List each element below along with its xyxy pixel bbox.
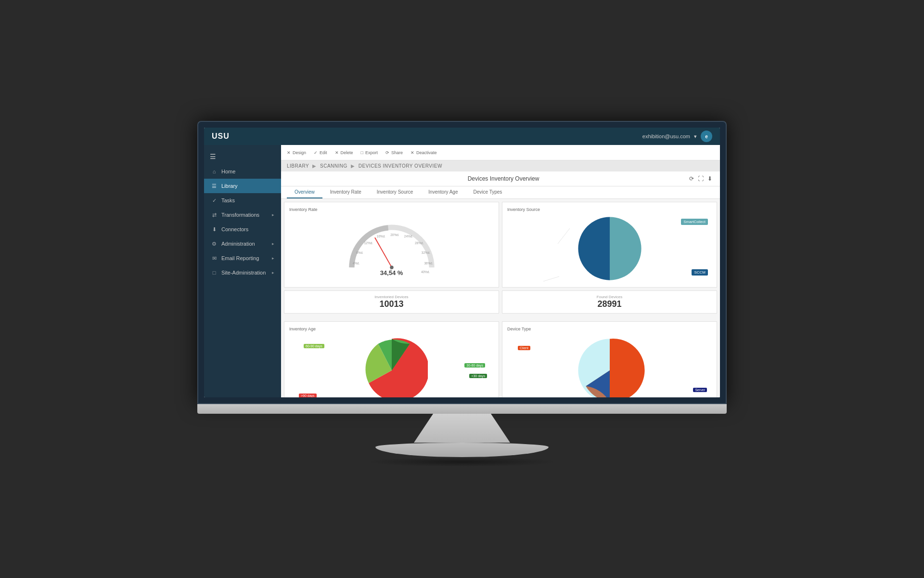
device-type-card: Device Type xyxy=(502,321,717,397)
gauge-svg: 0 4%d. 8%d. 12%d. 16%d. 20%d. 24%d. xyxy=(339,216,445,274)
sidebar-item-home[interactable]: ⌂ Home xyxy=(204,164,281,179)
device-pie-svg xyxy=(574,334,646,397)
site-icon: □ xyxy=(211,269,218,276)
share-button[interactable]: ⟳ Share xyxy=(385,150,403,155)
sidebar-item-email-reporting[interactable]: ✉ Email Reporting ▸ xyxy=(204,251,281,265)
dashboard-header: Devices Inventory Overview ⟳ ⛶ ⬇ xyxy=(281,171,720,186)
sidebar-item-label: Home xyxy=(221,169,235,174)
age-label-60-90: 60-90 days xyxy=(304,344,324,348)
breadcrumb-scanning[interactable]: SCANNING xyxy=(320,163,347,169)
sidebar-item-label: Connectors xyxy=(221,226,248,232)
deactivate-icon: ✕ xyxy=(411,150,414,155)
sidebar-item-label: Administration xyxy=(221,241,255,247)
export-button[interactable]: □ Export xyxy=(361,150,378,155)
export-icon: □ xyxy=(361,150,363,155)
sidebar-item-library[interactable]: ☰ Library xyxy=(204,179,281,193)
device-label-server: Server xyxy=(693,388,707,392)
sidebar-item-label: Site-Administration xyxy=(221,270,266,276)
sidebar-item-connectors[interactable]: ⬇ Connectors xyxy=(204,222,281,236)
transform-icon: ⇄ xyxy=(211,211,218,218)
share-label: Share xyxy=(391,150,403,155)
export-label: Export xyxy=(365,150,378,155)
sidebar-item-label: Transformations xyxy=(221,212,259,218)
inventory-rate-card: Inventory Rate xyxy=(284,202,499,288)
breadcrumb-library[interactable]: LIBRARY xyxy=(287,163,309,169)
found-label: Found Devices xyxy=(510,295,709,299)
svg-text:32%d.: 32%d. xyxy=(421,251,430,254)
age-label-gt90: >90 days xyxy=(299,394,317,397)
dashboard-actions: ⟳ ⛶ ⬇ xyxy=(689,175,712,182)
svg-line-0 xyxy=(374,237,391,267)
tab-inventory-age[interactable]: Inventory Age xyxy=(421,186,465,198)
delete-button[interactable]: ✕ Delete xyxy=(335,150,353,155)
delete-label: Delete xyxy=(341,150,353,155)
breadcrumb-current: DEVICES INVENTORY OVERVIEW xyxy=(359,163,442,169)
svg-text:28%d.: 28%d. xyxy=(415,241,424,245)
share-icon: ⟳ xyxy=(385,150,389,155)
inventoried-stat: Inventoried Devices 10013 xyxy=(284,290,499,314)
found-stat: Found Devices 28991 xyxy=(502,290,717,314)
connector-icon: ⬇ xyxy=(211,226,218,233)
design-button[interactable]: ✕ Design xyxy=(287,150,306,155)
found-value: 28991 xyxy=(510,299,709,309)
top-bar: USU exhibition@usu.com ▾ e xyxy=(204,128,720,145)
sidebar: ☰ ⌂ Home ☰ Library ✓ xyxy=(204,145,281,397)
download-icon[interactable]: ⬇ xyxy=(707,175,712,182)
age-label-lt30: <30 days xyxy=(469,374,487,378)
fullscreen-icon[interactable]: ⛶ xyxy=(698,175,704,182)
email-icon: ✉ xyxy=(211,255,218,262)
edit-label: Edit xyxy=(320,150,327,155)
monitor-stand-top xyxy=(414,414,510,443)
dashboard-title: Devices Inventory Overview xyxy=(318,175,689,182)
sidebar-item-label: Library xyxy=(221,183,238,189)
inventory-source-card: Inventory Source xyxy=(502,202,717,288)
inventory-rate-title: Inventory Rate xyxy=(289,207,494,212)
gauge-value: 34,54 % xyxy=(380,269,403,276)
deactivate-label: Deactivate xyxy=(416,150,437,155)
inventory-age-card: Inventory Age xyxy=(284,321,499,397)
gauge-container: 0 4%d. 8%d. 12%d. 16%d. 20%d. 24%d. xyxy=(289,215,494,277)
inventoried-value: 10013 xyxy=(292,299,491,309)
age-chart-container: 60-90 days 30-60 days <30 days >90 days xyxy=(289,334,494,397)
monitor-base xyxy=(197,404,727,414)
monitor-stand-base xyxy=(375,443,549,457)
age-pie-svg xyxy=(356,334,428,397)
svg-text:16%d.: 16%d. xyxy=(376,235,385,238)
tab-overview[interactable]: Overview xyxy=(287,186,322,198)
sidebar-item-administration[interactable]: ⚙ Administration ▸ xyxy=(204,236,281,251)
svg-text:12%d.: 12%d. xyxy=(364,241,373,245)
monitor-shadow xyxy=(366,457,558,467)
svg-text:36%d.: 36%d. xyxy=(424,261,433,264)
source-pie-svg xyxy=(574,212,646,285)
dashboard: Devices Inventory Overview ⟳ ⛶ ⬇ Overvie… xyxy=(281,171,720,397)
breadcrumb: LIBRARY ▶ SCANNING ▶ DEVICES INVENTORY O… xyxy=(281,160,720,171)
sidebar-item-tasks[interactable]: ✓ Tasks xyxy=(204,193,281,208)
sidebar-item-site-admin[interactable]: □ Site-Administration ▸ xyxy=(204,265,281,280)
deactivate-button[interactable]: ✕ Deactivate xyxy=(411,150,437,155)
svg-text:4%d.: 4%d. xyxy=(352,261,359,264)
toolbar: ✕ Design ✓ Edit ✕ Delete xyxy=(281,145,720,160)
sidebar-item-transformations[interactable]: ⇄ Transformations ▸ xyxy=(204,208,281,222)
smartcollect-label: SmartCollect xyxy=(681,219,708,225)
svg-text:8%d.: 8%d. xyxy=(356,251,363,254)
hamburger-icon[interactable]: ☰ xyxy=(204,149,281,164)
avatar: e xyxy=(701,131,712,142)
dropdown-icon: ▾ xyxy=(694,133,697,140)
content-area: ✕ Design ✓ Edit ✕ Delete xyxy=(281,145,720,397)
tasks-icon: ✓ xyxy=(211,197,218,204)
svg-text:24%d.: 24%d. xyxy=(404,235,413,238)
edit-button[interactable]: ✓ Edit xyxy=(314,150,327,155)
refresh-icon[interactable]: ⟳ xyxy=(689,175,694,182)
edit-icon: ✓ xyxy=(314,150,318,155)
tab-device-types[interactable]: Device Types xyxy=(466,186,510,198)
svg-line-13 xyxy=(558,228,570,244)
admin-icon: ⚙ xyxy=(211,240,218,247)
inventory-source-title: Inventory Source xyxy=(507,207,712,212)
device-type-title: Device Type xyxy=(507,327,712,331)
age-label-30-60: 30-60 days xyxy=(464,363,485,368)
user-menu[interactable]: exhibition@usu.com ▾ e xyxy=(642,131,712,142)
svg-text:40%d.: 40%d. xyxy=(421,270,430,274)
tab-inventory-source[interactable]: Inventory Source xyxy=(369,186,421,198)
svg-line-14 xyxy=(543,276,559,281)
tab-inventory-rate[interactable]: Inventory Rate xyxy=(322,186,369,198)
